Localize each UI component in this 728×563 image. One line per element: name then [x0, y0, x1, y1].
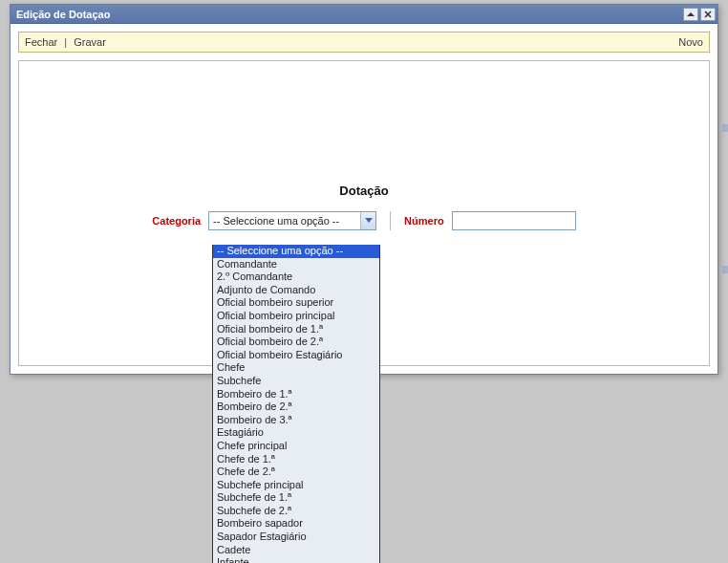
dropdown-option[interactable]: Chefe de 2.ª — [213, 466, 379, 479]
dropdown-option[interactable]: Estagiário — [213, 426, 379, 440]
dropdown-option[interactable]: Cadete — [213, 544, 379, 557]
numero-input[interactable] — [452, 211, 576, 230]
bg-decoration — [722, 266, 728, 273]
field-divider — [390, 211, 391, 230]
categoria-select[interactable]: -- Seleccione uma opção -- — [208, 211, 376, 230]
dropdown-option[interactable]: 2.º Comandante — [213, 271, 379, 284]
toolbar: Fechar | Gravar Novo — [18, 32, 710, 53]
svg-marker-0 — [687, 12, 695, 16]
bg-decoration — [722, 124, 728, 132]
categoria-selected-text: -- Seleccione uma opção -- — [213, 215, 360, 227]
dropdown-option[interactable]: Oficial bombeiro Estagiário — [213, 349, 379, 362]
toolbar-novo[interactable]: Novo — [678, 36, 703, 48]
dropdown-option[interactable]: Comandante — [213, 258, 379, 271]
dropdown-option[interactable]: Chefe — [213, 361, 379, 375]
dropdown-option[interactable]: Subchefe de 2.ª — [213, 505, 379, 518]
dropdown-option[interactable]: Sapador Estagiário — [213, 531, 379, 544]
toolbar-separator: | — [64, 36, 67, 48]
window-title: Edição de Dotaçao — [16, 9, 681, 20]
svg-marker-3 — [365, 218, 373, 223]
dropdown-option[interactable]: Oficial bombeiro de 1.ª — [213, 323, 379, 336]
maximize-button[interactable] — [683, 8, 698, 21]
dropdown-option[interactable]: Bombeiro sapador — [213, 517, 379, 531]
close-icon — [704, 11, 712, 18]
dropdown-option[interactable]: Bombeiro de 3.ª — [213, 414, 379, 427]
close-button[interactable] — [700, 8, 716, 21]
dropdown-option[interactable]: Oficial bombeiro de 2.ª — [213, 336, 379, 349]
dropdown-option[interactable]: Adjunto de Comando — [213, 284, 379, 297]
dropdown-option[interactable]: Bombeiro de 2.ª — [213, 401, 379, 414]
dropdown-option[interactable]: -- Seleccione uma opção -- — [213, 245, 379, 258]
maximize-icon — [686, 11, 696, 18]
dropdown-option[interactable]: Chefe principal — [213, 440, 379, 453]
toolbar-left: Fechar | Gravar — [25, 36, 678, 48]
toolbar-gravar[interactable]: Gravar — [74, 36, 106, 48]
label-numero: Número — [404, 215, 444, 227]
form-row: Categoria -- Seleccione uma opção -- Núm… — [19, 211, 709, 230]
dropdown-option[interactable]: Subchefe — [213, 375, 379, 388]
dropdown-option[interactable]: Chefe de 1.ª — [213, 453, 379, 466]
toolbar-container: Fechar | Gravar Novo — [11, 24, 717, 53]
label-categoria: Categoria — [152, 215, 201, 227]
dropdown-option[interactable]: Subchefe principal — [213, 479, 379, 492]
chevron-down-icon — [360, 212, 375, 229]
dropdown-option[interactable]: Infante — [213, 556, 379, 563]
titlebar: Edição de Dotaçao — [11, 5, 717, 24]
dropdown-option[interactable]: Oficial bombeiro superior — [213, 296, 379, 310]
categoria-dropdown[interactable]: -- Seleccione uma opção --Comandante2.º … — [212, 245, 380, 563]
dropdown-option[interactable]: Subchefe de 1.ª — [213, 491, 379, 505]
toolbar-fechar[interactable]: Fechar — [25, 36, 57, 48]
dropdown-option[interactable]: Oficial bombeiro principal — [213, 310, 379, 323]
form-heading: Dotação — [19, 184, 709, 198]
dropdown-option[interactable]: Bombeiro de 1.ª — [213, 388, 379, 401]
